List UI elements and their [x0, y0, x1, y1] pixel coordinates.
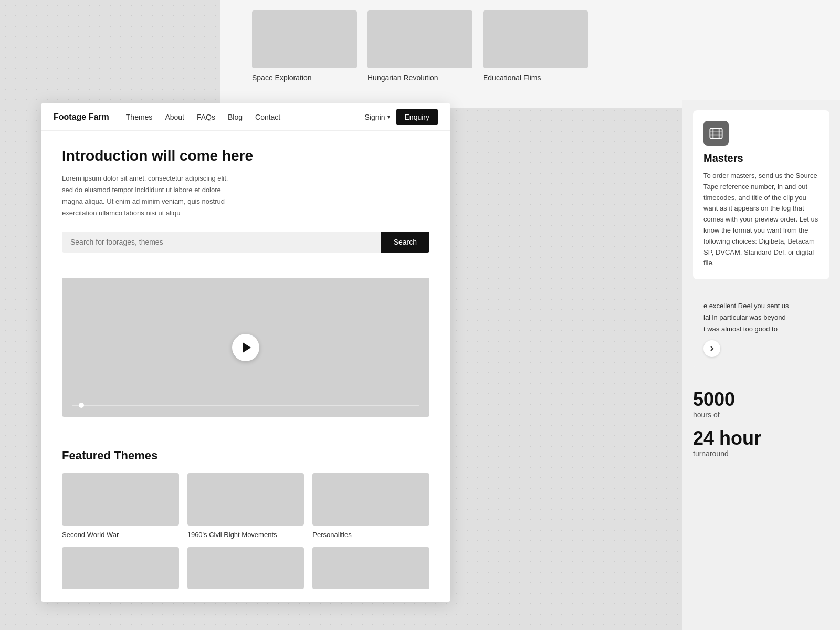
nav-link-blog[interactable]: Blog	[228, 113, 243, 121]
nav-link-themes[interactable]: Themes	[126, 113, 153, 121]
nav-links: Themes About FAQs Blog Contact	[126, 113, 365, 121]
theme-label-3: Personalities	[312, 531, 429, 539]
play-button[interactable]	[232, 334, 259, 361]
video-progress-dot	[79, 403, 84, 408]
back-panel-cards: Space Exploration Hungarian Revolution E…	[252, 10, 808, 82]
enquiry-button[interactable]: Enquiry	[396, 109, 438, 125]
theme-label-1: Second World War	[62, 531, 179, 539]
masters-card: Masters To order masters, send us the So…	[693, 110, 830, 279]
nav-link-about[interactable]: About	[165, 113, 184, 121]
svg-rect-4	[710, 134, 722, 135]
more-cards-row	[62, 547, 429, 589]
right-panel: Masters To order masters, send us the So…	[682, 100, 840, 630]
navbar: Footage Farm Themes About FAQs Blog Cont…	[41, 103, 450, 131]
theme-image-1	[62, 473, 179, 526]
back-card-image-2	[368, 10, 472, 68]
hero-section: Introduction will come here Lorem ipsum …	[41, 131, 450, 278]
chevron-right-icon	[709, 345, 715, 352]
back-card-label-2: Hungarian Revolution	[368, 74, 438, 82]
theme-card-1[interactable]: Second World War	[62, 473, 179, 539]
theme-image-3	[312, 473, 429, 526]
svg-rect-0	[710, 129, 722, 139]
theme-card-2[interactable]: 1960's Civil Right Movements	[187, 473, 304, 539]
stats-panel: 5000 hours of 24 hour turnaround	[693, 378, 830, 477]
back-card-1: Space Exploration	[252, 10, 357, 82]
featured-themes-title: Featured Themes	[62, 449, 429, 463]
nav-logo: Footage Farm	[54, 112, 109, 122]
masters-title: Masters	[704, 152, 819, 164]
masters-icon	[704, 121, 729, 146]
search-button[interactable]: Search	[381, 232, 429, 253]
more-card-3[interactable]	[312, 547, 429, 589]
masters-description: To order masters, send us the Source Tap…	[704, 171, 819, 269]
back-card-3: Educational Flims	[483, 10, 588, 82]
theme-cards: Second World War 1960's Civil Right Move…	[62, 473, 429, 539]
back-card-2: Hungarian Revolution	[368, 10, 472, 82]
stat-number-1: 5000	[693, 388, 830, 411]
svg-rect-3	[710, 131, 722, 132]
stat-number-2: 24 hour	[693, 427, 830, 449]
nav-link-contact[interactable]: Contact	[255, 113, 280, 121]
nav-link-faqs[interactable]: FAQs	[197, 113, 215, 121]
more-card-2[interactable]	[187, 547, 304, 589]
testimonial-next-button[interactable]	[704, 340, 720, 357]
back-card-label-3: Educational Flims	[483, 74, 541, 82]
video-progress-bar[interactable]	[72, 405, 419, 406]
main-window: Footage Farm Themes About FAQs Blog Cont…	[41, 103, 450, 602]
hero-description: Lorem ipsum dolor sit amet, consectetur …	[62, 173, 230, 219]
theme-card-3[interactable]: Personalities	[312, 473, 429, 539]
back-panel: Space Exploration Hungarian Revolution E…	[220, 0, 840, 108]
testimonial-section: e excellent Reel you sent us ial in part…	[693, 290, 830, 368]
featured-themes-section: Featured Themes Second World War 1960's …	[41, 432, 450, 602]
testimonial-text: e excellent Reel you sent us ial in part…	[704, 300, 819, 335]
signin-chevron-icon: ▾	[387, 114, 390, 120]
video-player	[62, 278, 429, 417]
stat-label-1: hours of	[693, 411, 830, 419]
signin-button[interactable]: Signin ▾	[365, 113, 390, 121]
back-card-image-1	[252, 10, 357, 68]
theme-label-2: 1960's Civil Right Movements	[187, 531, 304, 539]
back-card-image-3	[483, 10, 588, 68]
hero-title: Introduction will come here	[62, 148, 429, 164]
film-icon	[709, 126, 723, 141]
search-input[interactable]	[62, 232, 381, 253]
search-bar: Search	[62, 232, 429, 253]
theme-image-2	[187, 473, 304, 526]
back-card-label-1: Space Exploration	[252, 74, 312, 82]
nav-actions: Signin ▾ Enquiry	[365, 109, 438, 125]
more-card-1[interactable]	[62, 547, 179, 589]
svg-rect-1	[712, 129, 713, 139]
stat-label-2: turnaround	[693, 449, 830, 458]
svg-rect-2	[719, 129, 720, 139]
